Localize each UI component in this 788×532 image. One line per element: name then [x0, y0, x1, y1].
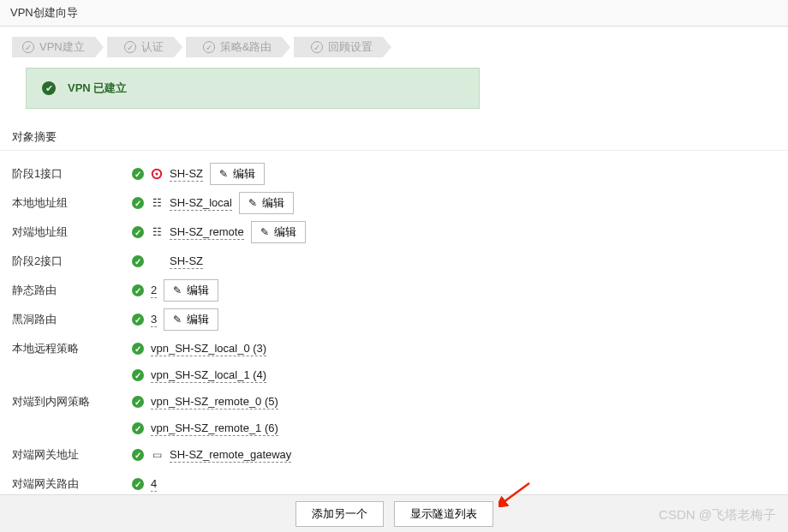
- status-ok-icon: ✓: [132, 255, 144, 267]
- pencil-icon: ✎: [173, 284, 182, 296]
- label-blackhole: 黑洞路由: [12, 312, 132, 327]
- row-blackhole: 黑洞路由 ✓ 3 ✎编辑: [12, 305, 776, 334]
- svg-point-1: [155, 172, 158, 175]
- pencil-icon: ✎: [248, 197, 257, 209]
- label-peer-route: 对端网关路由: [12, 476, 132, 492]
- blackhole-value[interactable]: 3: [151, 313, 157, 327]
- success-text: VPN 已建立: [68, 81, 127, 96]
- edit-button-blackhole[interactable]: ✎编辑: [164, 308, 218, 331]
- check-icon: ✓: [203, 41, 215, 53]
- edit-button-phase1[interactable]: ✎编辑: [210, 163, 265, 185]
- wizard-steps: ✓VPN建立 ✓认证 ✓策略&路由 ✓回顾设置: [0, 27, 788, 68]
- peer-gateway-name[interactable]: SH-SZ_remote_gateway: [170, 448, 291, 463]
- edit-button-remote-group[interactable]: ✎编辑: [251, 221, 306, 243]
- local-policy-2[interactable]: vpn_SH-SZ_local_1 (4): [151, 368, 266, 383]
- label-phase2: 阶段2接口: [12, 254, 132, 269]
- add-another-button[interactable]: 添加另一个: [296, 501, 384, 527]
- wizard-step-policy: ✓策略&路由: [186, 37, 283, 57]
- status-ok-icon: ✓: [132, 422, 144, 434]
- row-peer-gateway: 对端网关地址 ✓ ▭ SH-SZ_remote_gateway: [12, 440, 776, 469]
- peer-route-value[interactable]: 4: [151, 477, 157, 492]
- show-tunnels-button[interactable]: 显示隧道列表: [394, 501, 493, 527]
- label-static-route: 静态路由: [12, 283, 132, 298]
- status-ok-icon: ✓: [132, 197, 144, 209]
- local-group-name[interactable]: SH-SZ_local: [170, 196, 232, 211]
- pencil-icon: ✎: [219, 168, 228, 180]
- row-remote-policy: 对端到内网策略 ✓ vpn_SH-SZ_remote_0 (5): [12, 387, 776, 416]
- row-static-route: 静态路由 ✓ 2 ✎编辑: [12, 276, 776, 305]
- tunnel-icon: [151, 168, 163, 180]
- label-local-policy: 本地远程策略: [12, 341, 132, 356]
- label-remote-policy: 对端到内网策略: [12, 394, 132, 409]
- label-remote-group: 对端地址组: [12, 224, 132, 240]
- address-group-icon: ☷: [151, 197, 163, 209]
- row-remote-policy-2: ✓ vpn_SH-SZ_remote_1 (6): [12, 416, 776, 440]
- row-phase1: 阶段1接口 ✓ SH-SZ ✎编辑: [12, 159, 776, 188]
- address-icon: ▭: [151, 449, 163, 461]
- status-ok-icon: ✓: [132, 284, 144, 296]
- edit-button-local-group[interactable]: ✎编辑: [239, 192, 294, 214]
- check-filled-icon: ✔: [42, 81, 56, 95]
- wizard-step-vpn: ✓VPN建立: [12, 37, 95, 57]
- label-phase1: 阶段1接口: [12, 166, 132, 182]
- label-peer-gateway: 对端网关地址: [12, 447, 132, 463]
- status-ok-icon: ✓: [132, 343, 144, 355]
- page-title: VPN创建向导: [0, 0, 788, 27]
- status-ok-icon: ✓: [132, 449, 144, 461]
- row-local-policy-2: ✓ vpn_SH-SZ_local_1 (4): [12, 363, 776, 387]
- address-group-icon: ☷: [151, 226, 163, 238]
- check-icon: ✓: [311, 41, 323, 53]
- bottom-bar: 添加另一个 显示隧道列表: [0, 494, 788, 532]
- local-policy-1[interactable]: vpn_SH-SZ_local_0 (3): [151, 342, 266, 356]
- check-icon: ✓: [22, 41, 34, 53]
- row-phase2: 阶段2接口 ✓ SH-SZ: [12, 247, 776, 276]
- row-local-group: 本地地址组 ✓ ☷ SH-SZ_local ✎编辑: [12, 188, 776, 218]
- pencil-icon: ✎: [260, 226, 269, 238]
- static-route-value[interactable]: 2: [151, 284, 157, 298]
- status-ok-icon: ✓: [132, 168, 144, 180]
- status-ok-icon: ✓: [132, 226, 144, 238]
- status-ok-icon: ✓: [132, 478, 144, 490]
- remote-policy-2[interactable]: vpn_SH-SZ_remote_1 (6): [151, 421, 278, 436]
- label-local-group: 本地地址组: [12, 195, 132, 211]
- success-banner: ✔ VPN 已建立: [26, 68, 480, 109]
- row-local-policy: 本地远程策略 ✓ vpn_SH-SZ_local_0 (3): [12, 334, 776, 363]
- section-title: 对象摘要: [0, 124, 788, 151]
- edit-button-static-route[interactable]: ✎编辑: [164, 279, 218, 302]
- wizard-step-auth: ✓认证: [107, 37, 174, 57]
- check-icon: ✓: [124, 41, 136, 53]
- status-ok-icon: ✓: [132, 396, 144, 408]
- row-remote-group: 对端地址组 ✓ ☷ SH-SZ_remote ✎编辑: [12, 218, 776, 247]
- wizard-step-review: ✓回顾设置: [294, 37, 383, 57]
- pencil-icon: ✎: [173, 314, 182, 326]
- status-ok-icon: ✓: [132, 314, 144, 326]
- status-ok-icon: ✓: [132, 369, 144, 381]
- remote-group-name[interactable]: SH-SZ_remote: [170, 225, 244, 240]
- remote-policy-1[interactable]: vpn_SH-SZ_remote_0 (5): [151, 395, 278, 409]
- phase2-name[interactable]: SH-SZ: [170, 254, 203, 269]
- phase1-name[interactable]: SH-SZ: [170, 167, 203, 182]
